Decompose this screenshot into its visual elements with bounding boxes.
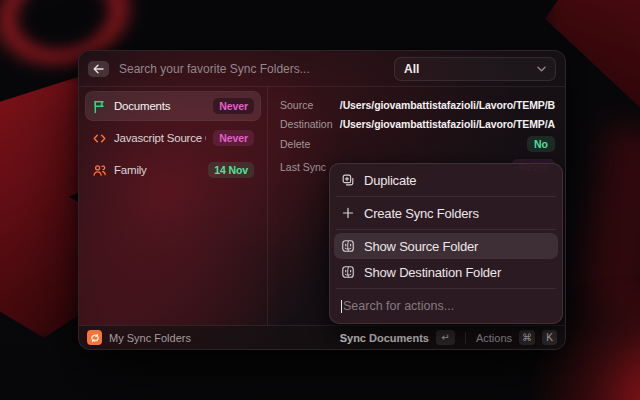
list-item-family[interactable]: Family 14 Nov xyxy=(85,155,261,185)
menu-divider xyxy=(336,288,556,289)
menu-item-label: Duplicate xyxy=(364,173,416,188)
footer-divider xyxy=(465,332,466,344)
delete-status-tag: No xyxy=(527,136,555,152)
flag-icon xyxy=(92,99,107,114)
primary-action-label[interactable]: Sync Documents xyxy=(340,332,429,344)
menu-divider xyxy=(336,196,556,197)
sync-app-icon xyxy=(87,330,102,345)
footer-bar: My Sync Folders Sync Documents ↵ Actions… xyxy=(79,325,565,349)
app-name: My Sync Folders xyxy=(109,332,191,344)
list-item-badge: 14 Nov xyxy=(208,162,254,178)
launcher-window: All Documents Never xyxy=(78,50,566,350)
back-button[interactable] xyxy=(88,61,109,77)
finder-icon xyxy=(341,239,355,253)
detail-row-destination: Destination /Users/giovambattistafazioli… xyxy=(280,116,555,132)
detail-label: Source xyxy=(280,99,313,111)
duplicate-icon xyxy=(341,173,355,187)
command-key[interactable]: ⌘ xyxy=(519,330,535,345)
menu-item-label: Show Destination Folder xyxy=(364,265,501,280)
actions-button-label[interactable]: Actions xyxy=(476,332,512,344)
list-item-label: Documents xyxy=(114,100,206,112)
text-cursor xyxy=(341,300,342,313)
desktop: All Documents Never xyxy=(0,0,640,400)
menu-divider xyxy=(336,229,556,230)
detail-row-source: Source /Users/giovambattistafazioli/Lavo… xyxy=(280,97,555,113)
detail-label: Last Sync xyxy=(280,161,326,173)
plus-icon xyxy=(341,206,355,220)
list-item-label: Family xyxy=(114,164,201,176)
detail-value: /Users/giovambattistafazioli/Lavoro/TEMP… xyxy=(340,118,555,130)
search-input[interactable] xyxy=(119,62,384,76)
back-arrow-icon xyxy=(93,64,104,74)
wallpaper-shape xyxy=(578,124,640,313)
list-item-documents[interactable]: Documents Never xyxy=(85,91,261,121)
people-icon xyxy=(92,163,107,178)
chevron-down-icon xyxy=(537,66,546,72)
detail-label: Delete xyxy=(280,138,310,150)
list-item-badge: Never xyxy=(213,130,254,146)
list-item-javascript-source[interactable]: Javascript Source C... Never xyxy=(85,123,261,153)
top-bar: All xyxy=(79,51,565,87)
detail-row-delete: Delete No xyxy=(280,135,555,153)
detail-label: Destination xyxy=(280,118,333,130)
menu-item-label: Create Sync Folders xyxy=(364,206,479,221)
detail-value: /Users/giovambattistafazioli/Lavoro/TEMP… xyxy=(340,99,555,111)
filter-dropdown[interactable]: All xyxy=(394,57,556,81)
menu-item-duplicate[interactable]: Duplicate xyxy=(334,167,558,193)
menu-item-create-sync-folders[interactable]: Create Sync Folders xyxy=(334,200,558,226)
list-item-badge: Never xyxy=(213,98,254,114)
k-key[interactable]: K xyxy=(542,330,557,345)
menu-item-show-destination-folder[interactable]: Show Destination Folder xyxy=(334,259,558,285)
list-item-label: Javascript Source C... xyxy=(114,132,206,144)
code-icon xyxy=(92,131,107,146)
actions-menu: Duplicate Create Sync Folders Show Sourc… xyxy=(329,163,563,324)
finder-icon xyxy=(341,265,355,279)
actions-search[interactable] xyxy=(334,292,558,320)
filter-dropdown-value: All xyxy=(404,62,419,76)
return-key[interactable]: ↵ xyxy=(436,330,455,345)
sync-folders-list: Documents Never Javascript Source C... N… xyxy=(79,87,267,327)
menu-item-label: Show Source Folder xyxy=(364,239,478,254)
actions-search-input[interactable] xyxy=(343,299,551,313)
menu-item-show-source-folder[interactable]: Show Source Folder xyxy=(334,233,558,259)
